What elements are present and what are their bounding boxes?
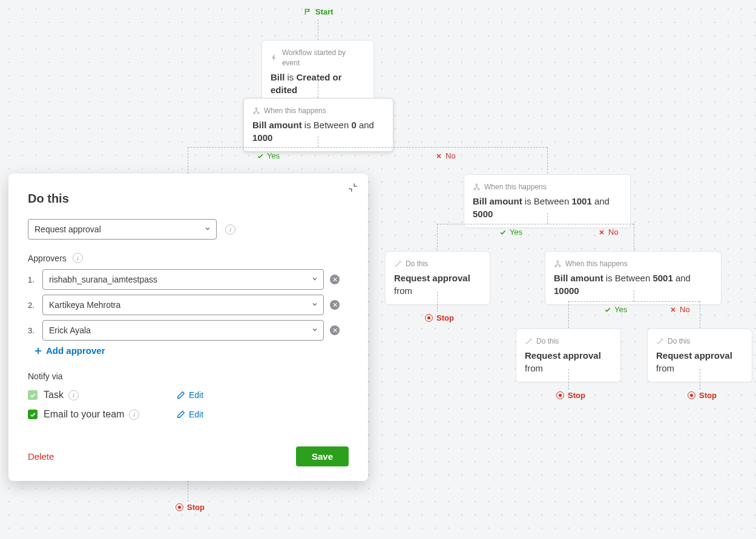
delete-button[interactable]: Delete (28, 451, 54, 462)
approvers-label: Approvers i (28, 253, 349, 263)
svg-point-2 (257, 112, 259, 114)
chevron-down-icon (204, 224, 211, 234)
approver-row-1: 1. rishabh_surana_iamtestpass ✕ (28, 269, 349, 290)
check-icon (257, 152, 264, 160)
connector (318, 19, 318, 40)
start-label: Start (315, 7, 334, 16)
branch-icon (554, 260, 562, 268)
svg-point-0 (255, 108, 257, 109)
save-button[interactable]: Save (296, 446, 349, 466)
approver-row-3: 3. Erick Ayala ✕ (28, 320, 349, 341)
x-icon (669, 306, 677, 313)
edit-email-button[interactable]: Edit (177, 410, 203, 419)
stop-4: Stop (176, 503, 205, 512)
action-select[interactable]: Request approval (28, 219, 217, 240)
wand-icon (525, 338, 533, 345)
approver-index: 1. (28, 275, 36, 284)
remove-approver-button[interactable]: ✕ (330, 325, 340, 335)
svg-point-7 (555, 265, 557, 267)
node-overline: Do this (656, 336, 743, 347)
info-icon[interactable]: i (73, 253, 83, 263)
svg-point-3 (476, 184, 478, 186)
approver-value: rishabh_surana_iamtestpass (49, 275, 157, 284)
info-icon[interactable]: i (129, 410, 139, 420)
branch-no-2: No (598, 227, 619, 237)
stop-3: Stop (688, 391, 717, 400)
action-node-1[interactable]: Do this Request approval from (385, 251, 490, 305)
branch-icon (473, 183, 481, 191)
connector (547, 213, 548, 224)
stop-icon (688, 391, 695, 399)
remove-approver-button[interactable]: ✕ (330, 300, 340, 310)
node-overline: When this happens (554, 259, 712, 269)
approver-select-1[interactable]: rishabh_surana_iamtestpass (42, 269, 324, 290)
condition-node-3[interactable]: When this happens Bill amount is Between… (545, 251, 721, 305)
pencil-icon (177, 391, 185, 399)
notify-email-row: Email to your team i Edit (28, 409, 349, 420)
condition-node-1[interactable]: When this happens Bill amount is Between… (243, 98, 393, 152)
notify-task-label: Task (44, 390, 64, 400)
email-checkbox[interactable] (28, 410, 38, 419)
node-overline: When this happens (252, 106, 384, 116)
svg-point-1 (254, 112, 255, 114)
branch-no-1: No (435, 151, 456, 160)
approver-index: 3. (28, 326, 36, 335)
connector (437, 292, 438, 312)
approver-index: 2. (28, 301, 36, 310)
stop-1: Stop (425, 313, 454, 322)
connector (188, 481, 188, 501)
wand-icon (656, 338, 664, 345)
notify-label: Notify via (28, 371, 349, 381)
bolt-icon (271, 54, 278, 62)
node-title: Bill amount is Between 5001 and 10000 (554, 272, 712, 297)
node-overline: Workflow started by event (271, 48, 365, 68)
connector (318, 77, 318, 98)
stop-2: Stop (556, 391, 585, 400)
connector (547, 147, 548, 174)
connector (568, 369, 569, 390)
chevron-down-icon (311, 300, 318, 310)
pencil-icon (177, 410, 185, 419)
connector (700, 301, 700, 328)
branch-yes-1: Yes (257, 151, 280, 160)
approver-select-2[interactable]: Kartikeya Mehrotra (42, 295, 324, 315)
branch-yes-3: Yes (604, 305, 627, 314)
svg-point-4 (474, 188, 476, 190)
check-icon (499, 229, 507, 236)
notify-email-label: Email to your team (44, 409, 124, 420)
connector (437, 224, 438, 250)
stop-icon (176, 503, 183, 511)
svg-point-8 (559, 265, 560, 267)
connector (634, 224, 634, 250)
plus-icon (34, 347, 42, 355)
connector (568, 301, 700, 302)
node-overline: Do this (394, 259, 481, 269)
edit-panel: Do this Request approval i Approvers i 1… (8, 174, 368, 481)
node-overline: When this happens (473, 182, 622, 192)
connector (318, 136, 318, 147)
branch-no-3: No (669, 305, 690, 314)
info-icon[interactable]: i (68, 390, 79, 400)
chevron-down-icon (311, 325, 318, 335)
approver-value: Kartikeya Mehrotra (49, 300, 120, 310)
approver-value: Erick Ayala (49, 325, 91, 335)
svg-point-6 (557, 261, 559, 263)
remove-approver-button[interactable]: ✕ (330, 275, 340, 284)
start-node: Start (304, 7, 334, 16)
stop-icon (425, 314, 433, 322)
stop-icon (556, 391, 564, 399)
wand-icon (394, 260, 402, 268)
approver-select-3[interactable]: Erick Ayala (42, 320, 324, 341)
check-icon (30, 411, 36, 418)
connector (188, 147, 188, 174)
edit-task-button[interactable]: Edit (177, 390, 203, 400)
info-icon[interactable]: i (225, 224, 235, 235)
connector (700, 369, 700, 390)
check-icon (604, 306, 611, 313)
add-approver-button[interactable]: Add approver (34, 345, 349, 356)
panel-title: Do this (28, 192, 349, 206)
action-select-value: Request approval (35, 224, 101, 234)
collapse-button[interactable] (347, 182, 358, 193)
chevron-down-icon (311, 275, 318, 284)
connector (568, 301, 569, 328)
